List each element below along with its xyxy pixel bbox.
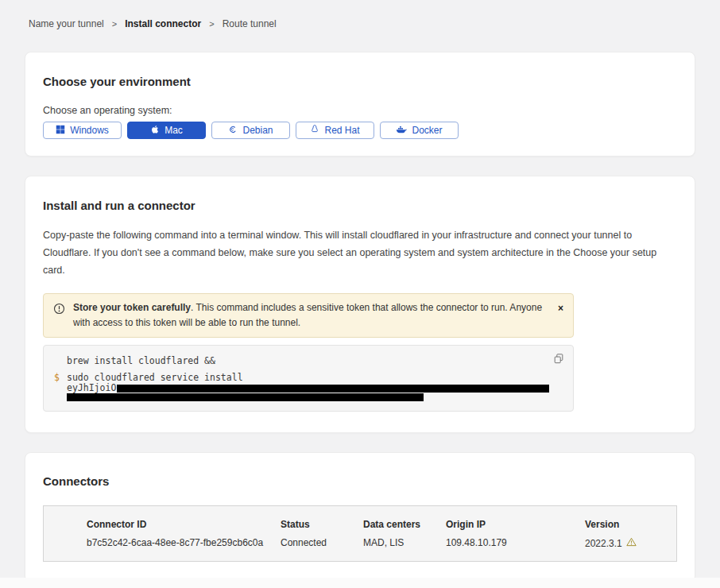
redhat-penguin-icon <box>310 124 319 137</box>
redacted-token-bar <box>117 385 549 393</box>
column-header-version: Version <box>585 519 668 530</box>
page-bottom-strip <box>0 578 720 588</box>
install-connector-card: Install and run a connector Copy-paste t… <box>25 176 695 433</box>
breadcrumb-step-install-connector[interactable]: Install connector <box>125 18 201 29</box>
column-header-connector-id: Connector ID <box>87 519 281 530</box>
shell-prompt: $ <box>54 372 60 384</box>
column-header-origin-ip: Origin IP <box>446 519 585 530</box>
os-button-docker[interactable]: Docker <box>380 122 459 139</box>
connectors-card-title: Connectors <box>43 474 677 488</box>
os-button-label: Docker <box>412 125 442 136</box>
alert-circle-icon <box>53 303 65 319</box>
code-line-token: eyJhIjoiO <box>44 384 541 393</box>
os-button-debian[interactable]: Debian <box>211 122 290 139</box>
apple-icon <box>150 124 160 137</box>
os-button-windows[interactable]: Windows <box>43 122 122 139</box>
code-line-token-continued <box>44 393 541 401</box>
os-button-group: Windows Mac Debian Red Hat Docker <box>43 122 677 139</box>
code-line-brew: brew install cloudflared && <box>44 355 541 367</box>
warning-triangle-icon <box>626 537 637 549</box>
os-button-redhat[interactable]: Red Hat <box>296 122 374 139</box>
warning-message-bold: Store your token carefully <box>73 302 191 313</box>
os-button-mac[interactable]: Mac <box>127 122 206 139</box>
data-centers-value: MAD, LIS <box>363 537 446 549</box>
origin-ip-value: 109.48.10.179 <box>446 537 585 549</box>
choose-environment-card: Choose your environment Choose an operat… <box>25 52 695 157</box>
connectors-table: Connector ID Status Data centers Origin … <box>43 505 677 562</box>
version-number: 2022.3.1 <box>585 538 622 549</box>
connectors-card: Connectors Connector ID Status Data cent… <box>25 452 695 582</box>
version-value: 2022.3.1 <box>585 537 668 549</box>
install-card-title: Install and run a connector <box>43 199 677 212</box>
install-command-codeblock: brew install cloudflared && $sudo cloudf… <box>43 345 574 412</box>
os-select-label: Choose an operating system: <box>43 105 677 116</box>
breadcrumb: Name your tunnel > Install connector > R… <box>0 0 720 29</box>
code-line-sudo: $sudo cloudflared service install <box>44 372 541 384</box>
warning-message: Store your token carefully. This command… <box>73 300 545 331</box>
os-button-label: Red Hat <box>324 125 359 136</box>
install-description: Copy-paste the following command into a … <box>43 227 677 280</box>
column-header-status: Status <box>281 519 363 530</box>
debian-icon <box>228 125 238 137</box>
windows-icon <box>56 125 65 137</box>
redacted-token-bar <box>67 393 424 401</box>
docker-whale-icon <box>396 125 407 137</box>
breadcrumb-separator: > <box>209 19 214 29</box>
breadcrumb-separator: > <box>112 19 117 29</box>
breadcrumb-step-route-tunnel[interactable]: Route tunnel <box>223 18 277 29</box>
token-warning-banner: Store your token carefully. This command… <box>43 293 574 338</box>
status-badge: Connected <box>281 537 363 549</box>
os-button-label: Windows <box>70 125 109 136</box>
column-header-data-centers: Data centers <box>363 519 446 530</box>
breadcrumb-step-name-tunnel[interactable]: Name your tunnel <box>29 18 104 29</box>
environment-card-title: Choose your environment <box>43 75 677 88</box>
os-button-label: Mac <box>165 125 183 136</box>
close-icon[interactable]: × <box>558 304 563 313</box>
connector-id-value: b7c52c42-6caa-48ee-8c77-fbe259cb6c0a <box>87 537 281 549</box>
os-button-label: Debian <box>242 125 273 136</box>
copy-icon[interactable] <box>553 353 564 365</box>
